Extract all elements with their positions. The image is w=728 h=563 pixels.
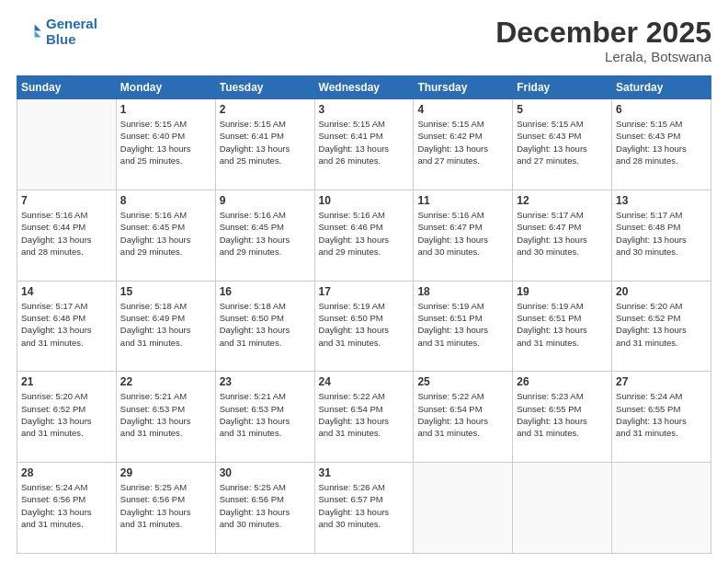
day-number: 12 <box>517 194 608 207</box>
svg-marker-1 <box>35 30 41 37</box>
table-row <box>612 463 711 554</box>
table-row: 9Sunrise: 5:16 AMSunset: 6:45 PMDaylight… <box>215 190 314 281</box>
table-row: 14Sunrise: 5:17 AMSunset: 6:48 PMDayligh… <box>17 281 117 372</box>
day-info: Sunrise: 5:21 AMSunset: 6:53 PMDaylight:… <box>220 390 311 439</box>
day-info: Sunrise: 5:20 AMSunset: 6:52 PMDaylight:… <box>616 300 707 349</box>
table-row: 13Sunrise: 5:17 AMSunset: 6:48 PMDayligh… <box>612 190 711 281</box>
table-row: 21Sunrise: 5:20 AMSunset: 6:52 PMDayligh… <box>17 372 117 463</box>
day-number: 13 <box>616 194 707 207</box>
day-number: 10 <box>319 194 410 207</box>
table-row: 10Sunrise: 5:16 AMSunset: 6:46 PMDayligh… <box>314 190 414 281</box>
day-number: 31 <box>319 466 410 479</box>
table-row: 15Sunrise: 5:18 AMSunset: 6:49 PMDayligh… <box>116 281 215 372</box>
day-number: 19 <box>517 285 608 298</box>
day-number: 22 <box>120 375 211 388</box>
day-info: Sunrise: 5:18 AMSunset: 6:50 PMDaylight:… <box>220 300 311 349</box>
day-info: Sunrise: 5:18 AMSunset: 6:49 PMDaylight:… <box>120 300 211 349</box>
logo-blue: Blue <box>46 31 76 47</box>
day-info: Sunrise: 5:15 AMSunset: 6:41 PMDaylight:… <box>220 118 311 167</box>
day-info: Sunrise: 5:16 AMSunset: 6:45 PMDaylight:… <box>120 209 211 258</box>
day-info: Sunrise: 5:26 AMSunset: 6:57 PMDaylight:… <box>319 481 410 530</box>
page-title: December 2025 <box>495 17 711 49</box>
day-number: 11 <box>417 194 508 207</box>
table-row: 8Sunrise: 5:16 AMSunset: 6:45 PMDaylight… <box>116 190 215 281</box>
calendar-week-row: 14Sunrise: 5:17 AMSunset: 6:48 PMDayligh… <box>17 281 711 372</box>
table-row: 28Sunrise: 5:24 AMSunset: 6:56 PMDayligh… <box>17 463 117 554</box>
title-block: December 2025 Lerala, Botswana <box>495 17 711 64</box>
day-number: 15 <box>120 285 211 298</box>
col-sunday: Sunday <box>17 76 117 99</box>
calendar-week-row: 21Sunrise: 5:20 AMSunset: 6:52 PMDayligh… <box>17 372 711 463</box>
day-info: Sunrise: 5:25 AMSunset: 6:56 PMDaylight:… <box>220 481 311 530</box>
table-row: 1Sunrise: 5:15 AMSunset: 6:40 PMDaylight… <box>116 99 215 190</box>
day-number: 24 <box>319 375 410 388</box>
day-info: Sunrise: 5:16 AMSunset: 6:46 PMDaylight:… <box>319 209 410 258</box>
day-number: 29 <box>120 466 211 479</box>
day-info: Sunrise: 5:19 AMSunset: 6:51 PMDaylight:… <box>517 300 608 349</box>
calendar-week-row: 1Sunrise: 5:15 AMSunset: 6:40 PMDaylight… <box>17 99 711 190</box>
day-number: 1 <box>120 103 211 116</box>
day-number: 14 <box>21 285 112 298</box>
day-number: 2 <box>220 103 311 116</box>
col-friday: Friday <box>513 76 612 99</box>
table-row: 27Sunrise: 5:24 AMSunset: 6:55 PMDayligh… <box>612 372 711 463</box>
table-row: 22Sunrise: 5:21 AMSunset: 6:53 PMDayligh… <box>116 372 215 463</box>
table-row <box>17 99 117 190</box>
table-row <box>414 463 513 554</box>
day-number: 21 <box>21 375 112 388</box>
calendar-week-row: 7Sunrise: 5:16 AMSunset: 6:44 PMDaylight… <box>17 190 711 281</box>
day-number: 4 <box>417 103 508 116</box>
day-number: 8 <box>120 194 211 207</box>
day-info: Sunrise: 5:20 AMSunset: 6:52 PMDaylight:… <box>21 390 112 439</box>
day-info: Sunrise: 5:16 AMSunset: 6:47 PMDaylight:… <box>417 209 508 258</box>
day-number: 9 <box>220 194 311 207</box>
table-row: 4Sunrise: 5:15 AMSunset: 6:42 PMDaylight… <box>414 99 513 190</box>
day-info: Sunrise: 5:15 AMSunset: 6:43 PMDaylight:… <box>616 118 707 167</box>
table-row: 17Sunrise: 5:19 AMSunset: 6:50 PMDayligh… <box>314 281 414 372</box>
day-number: 6 <box>616 103 707 116</box>
day-number: 26 <box>517 375 608 388</box>
col-monday: Monday <box>116 76 215 99</box>
page: General Blue December 2025 Lerala, Botsw… <box>0 0 728 563</box>
day-info: Sunrise: 5:22 AMSunset: 6:54 PMDaylight:… <box>417 390 508 439</box>
table-row: 25Sunrise: 5:22 AMSunset: 6:54 PMDayligh… <box>414 372 513 463</box>
day-info: Sunrise: 5:19 AMSunset: 6:50 PMDaylight:… <box>319 300 410 349</box>
day-info: Sunrise: 5:22 AMSunset: 6:54 PMDaylight:… <box>319 390 410 439</box>
table-row: 19Sunrise: 5:19 AMSunset: 6:51 PMDayligh… <box>513 281 612 372</box>
col-tuesday: Tuesday <box>215 76 314 99</box>
day-number: 17 <box>319 285 410 298</box>
page-subtitle: Lerala, Botswana <box>495 49 711 64</box>
col-wednesday: Wednesday <box>314 76 414 99</box>
calendar-body: 1Sunrise: 5:15 AMSunset: 6:40 PMDaylight… <box>17 99 711 554</box>
table-row: 18Sunrise: 5:19 AMSunset: 6:51 PMDayligh… <box>414 281 513 372</box>
day-info: Sunrise: 5:16 AMSunset: 6:44 PMDaylight:… <box>21 209 112 258</box>
day-info: Sunrise: 5:17 AMSunset: 6:48 PMDaylight:… <box>21 300 112 349</box>
logo-icon <box>17 19 42 45</box>
day-info: Sunrise: 5:15 AMSunset: 6:43 PMDaylight:… <box>517 118 608 167</box>
day-info: Sunrise: 5:24 AMSunset: 6:56 PMDaylight:… <box>21 481 112 530</box>
calendar-table: Sunday Monday Tuesday Wednesday Thursday… <box>17 75 711 554</box>
day-info: Sunrise: 5:19 AMSunset: 6:51 PMDaylight:… <box>417 300 508 349</box>
table-row: 11Sunrise: 5:16 AMSunset: 6:47 PMDayligh… <box>414 190 513 281</box>
table-row: 7Sunrise: 5:16 AMSunset: 6:44 PMDaylight… <box>17 190 117 281</box>
day-number: 16 <box>220 285 311 298</box>
table-row: 29Sunrise: 5:25 AMSunset: 6:56 PMDayligh… <box>116 463 215 554</box>
table-row: 20Sunrise: 5:20 AMSunset: 6:52 PMDayligh… <box>612 281 711 372</box>
table-row: 23Sunrise: 5:21 AMSunset: 6:53 PMDayligh… <box>215 372 314 463</box>
day-info: Sunrise: 5:21 AMSunset: 6:53 PMDaylight:… <box>120 390 211 439</box>
day-number: 27 <box>616 375 707 388</box>
day-info: Sunrise: 5:25 AMSunset: 6:56 PMDaylight:… <box>120 481 211 530</box>
col-thursday: Thursday <box>414 76 513 99</box>
col-saturday: Saturday <box>612 76 711 99</box>
day-info: Sunrise: 5:16 AMSunset: 6:45 PMDaylight:… <box>220 209 311 258</box>
day-info: Sunrise: 5:23 AMSunset: 6:55 PMDaylight:… <box>517 390 608 439</box>
day-number: 20 <box>616 285 707 298</box>
table-row: 30Sunrise: 5:25 AMSunset: 6:56 PMDayligh… <box>215 463 314 554</box>
day-number: 18 <box>417 285 508 298</box>
logo-text: General Blue <box>46 17 97 47</box>
header: General Blue December 2025 Lerala, Botsw… <box>17 17 711 64</box>
logo-general: General <box>46 16 97 31</box>
table-row: 24Sunrise: 5:22 AMSunset: 6:54 PMDayligh… <box>314 372 414 463</box>
day-info: Sunrise: 5:15 AMSunset: 6:40 PMDaylight:… <box>120 118 211 167</box>
day-info: Sunrise: 5:24 AMSunset: 6:55 PMDaylight:… <box>616 390 707 439</box>
